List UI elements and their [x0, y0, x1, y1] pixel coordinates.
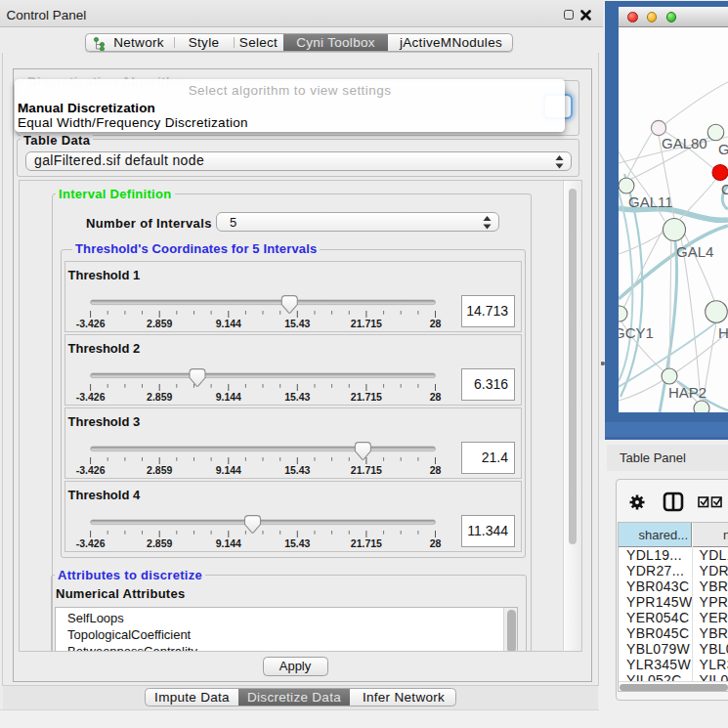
svg-text:GAL80: GAL80	[662, 135, 707, 151]
svg-text:9.144: 9.144	[216, 318, 241, 329]
svg-text:2.859: 2.859	[147, 537, 172, 549]
svg-text:15.43: 15.43	[284, 464, 310, 476]
svg-text:H: H	[718, 324, 728, 341]
svg-text:GAL4: GAL4	[676, 243, 713, 260]
svg-text:2.859: 2.859	[147, 464, 172, 476]
svg-text:-3.426: -3.426	[76, 318, 106, 329]
svg-text:28: 28	[430, 318, 442, 329]
svg-text:15.43: 15.43	[284, 318, 310, 329]
svg-text:GAL11: GAL11	[628, 193, 673, 210]
svg-text:2.859: 2.859	[147, 318, 172, 329]
svg-text:21.715: 21.715	[351, 464, 382, 476]
svg-text:C: C	[721, 181, 728, 197]
svg-text:21.715: 21.715	[351, 391, 382, 403]
svg-text:-3.426: -3.426	[76, 537, 106, 549]
svg-text:GA: GA	[718, 141, 728, 157]
svg-text:GCY1: GCY1	[619, 324, 654, 341]
svg-text:15.43: 15.43	[284, 391, 310, 403]
svg-text:HAP2: HAP2	[668, 384, 707, 401]
svg-text:2.859: 2.859	[147, 391, 172, 403]
svg-text:9.144: 9.144	[216, 391, 241, 403]
svg-text:28: 28	[430, 391, 442, 403]
svg-text:9.144: 9.144	[216, 464, 241, 476]
svg-text:28: 28	[430, 537, 442, 549]
svg-text:21.715: 21.715	[351, 318, 382, 329]
svg-text:-3.426: -3.426	[76, 391, 106, 403]
svg-text:9.144: 9.144	[216, 537, 241, 549]
svg-text:21.715: 21.715	[351, 537, 382, 549]
svg-text:-3.426: -3.426	[76, 464, 106, 476]
svg-text:28: 28	[430, 464, 442, 476]
svg-text:15.43: 15.43	[284, 537, 310, 549]
